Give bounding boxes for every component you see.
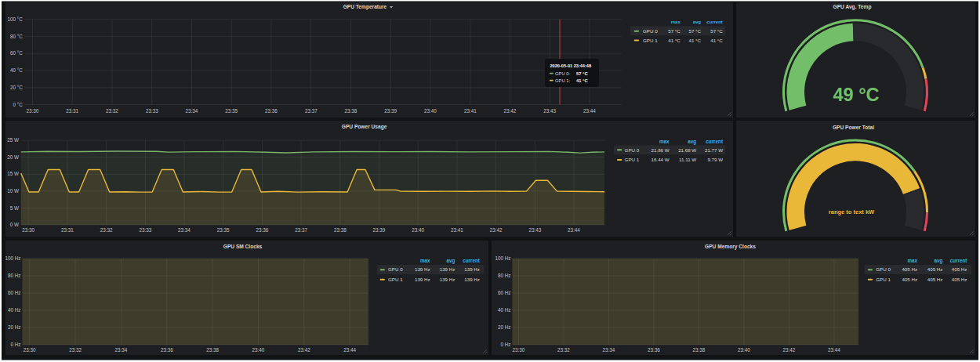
svg-text:100 Hz: 100 Hz [495,255,511,261]
svg-text:20 Hz: 20 Hz [498,324,510,330]
svg-text:40 °C: 40 °C [10,67,23,73]
svg-text:60 Hz: 60 Hz [8,290,20,295]
svg-text:23:40: 23:40 [738,347,750,353]
svg-text:405 Hz: 405 Hz [952,277,967,282]
svg-text:25 W: 25 W [7,137,19,143]
svg-text:57 °C: 57 °C [576,71,588,76]
svg-text:23:44: 23:44 [583,108,596,114]
svg-text:11.11 W: 11.11 W [679,157,696,162]
svg-text:range to text kW: range to text kW [829,208,875,215]
svg-text:100 °C: 100 °C [7,16,23,22]
svg-text:current: current [706,20,723,24]
svg-text:23:37: 23:37 [295,227,307,233]
svg-text:GPU 1: GPU 1 [625,157,640,162]
svg-text:23:40: 23:40 [424,108,437,114]
svg-text:23:44: 23:44 [568,227,580,233]
svg-text:GPU 1: GPU 1 [388,277,403,282]
svg-text:23:44: 23:44 [828,347,840,353]
svg-text:139 Hz: 139 Hz [415,277,430,282]
svg-text:15 W: 15 W [7,171,19,176]
svg-text:0 °C: 0 °C [13,102,23,107]
svg-text:23:40: 23:40 [412,227,424,233]
svg-text:80 Hz: 80 Hz [498,273,510,278]
svg-text:20 °C: 20 °C [10,85,23,90]
svg-text:GPU 0: GPU 0 [876,266,891,272]
svg-text:23:41: 23:41 [451,227,463,233]
svg-text:GPU Power Usage: GPU Power Usage [342,124,387,130]
svg-text:GPU 0: GPU 0 [625,147,640,153]
svg-text:139 Hz: 139 Hz [440,266,456,272]
svg-text:9.79 W: 9.79 W [707,157,723,162]
svg-text:57 °C: 57 °C [710,28,723,34]
svg-text:current: current [463,258,481,263]
svg-text:10 W: 10 W [7,188,19,194]
svg-text:current: current [706,139,724,144]
svg-text:23:42: 23:42 [298,347,310,353]
svg-text:23:36: 23:36 [161,347,173,353]
svg-text:GPU Power Total: GPU Power Total [833,125,874,130]
svg-text:23:30: 23:30 [513,347,525,353]
svg-text:405 Hz: 405 Hz [952,266,967,272]
svg-text:100 Hz: 100 Hz [5,255,21,261]
svg-text:41 °C: 41 °C [688,38,701,43]
svg-text:23:32: 23:32 [69,347,82,353]
svg-text:current: current [950,258,968,263]
svg-text:GPU Memory Clocks: GPU Memory Clocks [705,244,756,250]
svg-text:40 Hz: 40 Hz [8,307,20,313]
svg-text:avg: avg [693,20,702,24]
svg-text:23:36: 23:36 [265,108,278,114]
svg-text:23:40: 23:40 [252,347,265,353]
svg-text:avg: avg [446,258,455,264]
svg-text:23:30: 23:30 [24,347,36,353]
svg-text:GPU 1: GPU 1 [643,38,658,43]
svg-text:23:34: 23:34 [178,227,191,233]
svg-text:23:38: 23:38 [206,347,219,353]
svg-text:0 Hz: 0 Hz [501,342,511,347]
svg-text:23:41: 23:41 [464,108,477,114]
svg-text:23:44: 23:44 [343,347,356,353]
svg-text:57 °C: 57 °C [688,28,701,34]
svg-text:405 Hz: 405 Hz [927,266,943,272]
svg-text:23:34: 23:34 [115,347,128,353]
svg-text:405 Hz: 405 Hz [902,277,917,282]
svg-text:23:37: 23:37 [305,108,318,114]
svg-text:23:30: 23:30 [27,108,39,114]
svg-text:5 W: 5 W [10,205,19,211]
svg-text:21.77 W: 21.77 W [705,147,723,153]
svg-text:GPU 1: GPU 1 [876,277,891,282]
svg-text:49 °C: 49 °C [833,85,879,105]
svg-text:16.44 W: 16.44 W [652,157,670,162]
svg-text:21.86 W: 21.86 W [652,147,670,153]
svg-text:max: max [420,258,430,263]
svg-text:GPU 0:: GPU 0: [555,71,570,76]
svg-text:20 Hz: 20 Hz [8,324,20,330]
svg-text:max: max [907,258,917,263]
svg-text:23:32: 23:32 [106,108,118,114]
svg-text:GPU 0: GPU 0 [388,266,403,272]
svg-text:40 Hz: 40 Hz [498,307,510,313]
svg-text:23:42: 23:42 [783,347,796,353]
svg-text:139 Hz: 139 Hz [440,277,456,282]
svg-text:405 Hz: 405 Hz [927,277,943,282]
svg-text:0 Hz: 0 Hz [11,342,21,347]
svg-text:41 °C: 41 °C [668,38,681,43]
svg-text:GPU Temperature: GPU Temperature [343,4,387,10]
svg-text:23:36: 23:36 [648,347,660,353]
svg-text:23:38: 23:38 [334,227,347,233]
svg-text:23:42: 23:42 [490,227,503,233]
svg-text:max: max [671,20,681,24]
svg-text:0 W: 0 W [10,222,19,227]
svg-text:21.68 W: 21.68 W [678,147,696,153]
svg-text:23:31: 23:31 [61,227,74,233]
svg-text:23:43: 23:43 [528,227,541,233]
svg-text:23:35: 23:35 [225,108,238,114]
svg-text:139 Hz: 139 Hz [464,266,480,272]
svg-text:23:38: 23:38 [345,108,358,114]
svg-text:GPU 1:: GPU 1: [555,78,570,83]
svg-text:23:36: 23:36 [256,227,269,233]
svg-text:23:39: 23:39 [384,108,397,114]
svg-text:23:34: 23:34 [186,108,198,114]
svg-text:23:30: 23:30 [22,227,34,233]
svg-text:GPU 0: GPU 0 [643,28,658,34]
svg-text:max: max [659,139,670,144]
